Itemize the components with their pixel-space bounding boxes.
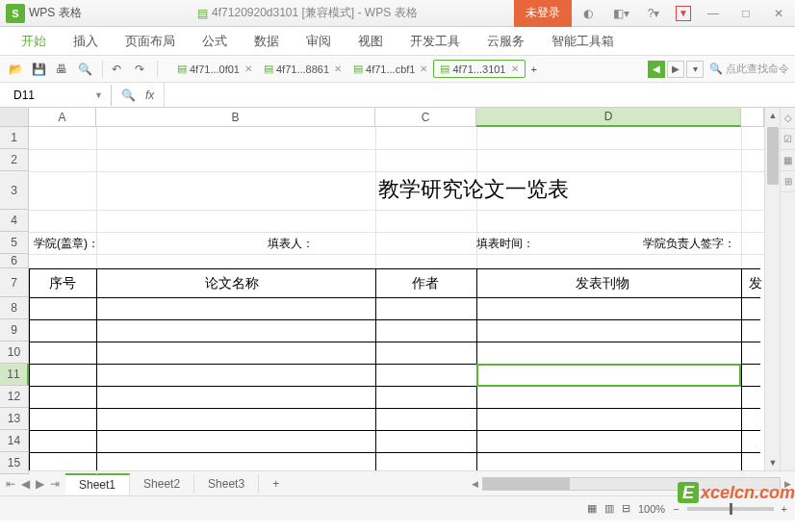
row-header-2[interactable]: 2 — [0, 149, 29, 171]
file-tab-3[interactable]: ▤4f71...cbf1✕ — [347, 61, 433, 77]
formula-input[interactable] — [164, 83, 795, 107]
side-panel: ◇ ☑ ▦ ⊞ — [780, 108, 795, 470]
menu-view[interactable]: 视图 — [345, 27, 397, 56]
row-header-12[interactable]: 12 — [0, 386, 29, 408]
preview-icon[interactable]: 🔍 — [75, 60, 94, 79]
file-tab-1[interactable]: ▤4f71...0f01✕ — [171, 61, 258, 77]
cells-area[interactable]: 教学研究论文一览表 学院(盖章)： 填表人： 填表时间： 学院负责人签字： — [29, 127, 764, 474]
skin-icon[interactable]: ◧▾ — [604, 0, 637, 27]
col-header-next[interactable] — [741, 108, 764, 127]
maximize-button[interactable]: □ — [730, 0, 762, 27]
menu-smart[interactable]: 智能工具箱 — [538, 27, 628, 56]
scroll-left-icon[interactable]: ◀ — [472, 479, 478, 489]
add-sheet-button[interactable]: + — [259, 474, 293, 494]
view-split-icon[interactable]: ⊟ — [622, 502, 630, 515]
menu-dev[interactable]: 开发工具 — [397, 27, 474, 56]
th-author: 作者 — [409, 275, 442, 292]
panel-btn-3[interactable]: ▦ — [781, 150, 795, 171]
command-search[interactable]: 🔍 点此查找命令 — [709, 62, 789, 76]
col-header-a[interactable]: A — [29, 108, 96, 127]
view-normal-icon[interactable]: ▦ — [587, 502, 597, 515]
document-title: ▤ 4f7120920d3101 [兼容模式] - WPS 表格 — [101, 5, 514, 21]
menu-layout[interactable]: 页面布局 — [112, 27, 189, 56]
sync-icon[interactable]: ◐ — [572, 0, 604, 27]
panel-btn-4[interactable]: ⊞ — [781, 171, 795, 192]
menu-start[interactable]: 开始 — [8, 27, 60, 56]
row-header-15[interactable]: 15 — [0, 452, 29, 474]
row-header-8[interactable]: 8 — [0, 297, 29, 319]
panel-btn-1[interactable]: ◇ — [781, 108, 795, 129]
scroll-right-icon[interactable]: ▶ — [784, 479, 791, 489]
search-fn-icon[interactable]: 🔍 — [121, 89, 136, 102]
tab-next-button[interactable]: ▶ — [667, 61, 684, 78]
label-sign: 学院负责人签字： — [640, 236, 738, 252]
col-header-b[interactable]: B — [96, 108, 375, 127]
scroll-up-icon[interactable]: ▲ — [765, 108, 781, 123]
zoom-slider[interactable] — [687, 507, 774, 511]
row-header-10[interactable]: 10 — [0, 342, 29, 364]
open-icon[interactable]: 📂 — [6, 60, 25, 79]
close-tab-icon[interactable]: ✕ — [334, 63, 342, 74]
undo-icon[interactable]: ↶ — [107, 60, 126, 79]
table-border — [29, 364, 760, 365]
col-header-d[interactable]: D — [476, 108, 741, 127]
panel-btn-2[interactable]: ☑ — [781, 129, 795, 150]
table-border — [29, 319, 760, 320]
login-button[interactable]: 未登录 — [514, 0, 572, 27]
redo-icon[interactable]: ↷ — [130, 60, 149, 79]
sheet-tab-1[interactable]: Sheet1 — [65, 473, 130, 494]
tab-prev-button[interactable]: ◀ — [648, 61, 665, 78]
row-header-11[interactable]: 11 — [0, 364, 29, 386]
menu-data[interactable]: 数据 — [241, 27, 293, 56]
vertical-scrollbar[interactable]: ▲ ▼ — [764, 108, 780, 470]
row-header-4[interactable]: 4 — [0, 210, 29, 232]
zoom-in-icon[interactable]: + — [782, 503, 787, 515]
scroll-thumb[interactable] — [767, 127, 779, 185]
notify-icon[interactable]: ▼ — [676, 6, 691, 21]
close-tab-icon[interactable]: ✕ — [420, 63, 427, 74]
close-button[interactable]: ✕ — [762, 0, 795, 27]
zoom-knob[interactable] — [730, 503, 732, 515]
name-box[interactable]: D11 ▼ — [6, 85, 112, 106]
menubar: 开始 插入 页面布局 公式 数据 审阅 视图 开发工具 云服务 智能工具箱 — [0, 27, 795, 56]
row-header-7[interactable]: 7 — [0, 268, 29, 297]
sheet-first-icon[interactable]: ⇤ — [6, 477, 15, 491]
sheet-prev-icon[interactable]: ◀ — [21, 477, 30, 491]
row-header-14[interactable]: 14 — [0, 430, 29, 452]
row-header-9[interactable]: 9 — [0, 319, 29, 342]
menu-review[interactable]: 审阅 — [293, 27, 345, 56]
hscroll-thumb[interactable] — [483, 478, 570, 490]
menu-cloud[interactable]: 云服务 — [474, 27, 538, 56]
save-icon[interactable]: 💾 — [29, 60, 48, 79]
sheet-next-icon[interactable]: ▶ — [36, 477, 44, 491]
zoom-out-icon[interactable]: − — [673, 503, 679, 515]
select-all-corner[interactable] — [0, 108, 29, 127]
zoom-value[interactable]: 100% — [638, 503, 665, 515]
hscroll-track[interactable] — [482, 477, 781, 491]
col-header-c[interactable]: C — [375, 108, 476, 127]
close-tab-icon[interactable]: ✕ — [244, 63, 252, 74]
help-icon[interactable]: ?▾ — [637, 0, 670, 27]
menu-formula[interactable]: 公式 — [189, 27, 241, 56]
fx-label[interactable]: fx — [145, 89, 154, 102]
new-tab-button[interactable]: + — [526, 62, 543, 77]
gridline — [29, 149, 764, 150]
row-header-13[interactable]: 13 — [0, 408, 29, 430]
file-tab-2[interactable]: ▤4f71...8861✕ — [258, 61, 347, 77]
sheet-last-icon[interactable]: ⇥ — [50, 477, 60, 491]
row-header-6[interactable]: 6 — [0, 254, 29, 268]
scroll-down-icon[interactable]: ▼ — [765, 455, 781, 470]
print-icon[interactable]: 🖶 — [52, 60, 71, 79]
row-header-1[interactable]: 1 — [0, 127, 29, 149]
menu-insert[interactable]: 插入 — [60, 27, 112, 56]
file-tab-4[interactable]: ▤4f71...3101✕ — [433, 60, 525, 78]
minimize-button[interactable]: — — [697, 0, 730, 27]
chevron-down-icon[interactable]: ▼ — [94, 90, 103, 100]
view-page-icon[interactable]: ▥ — [604, 502, 614, 515]
row-header-3[interactable]: 3 — [0, 171, 29, 210]
close-tab-icon[interactable]: ✕ — [511, 63, 519, 74]
sheet-tab-3[interactable]: Sheet3 — [194, 474, 259, 494]
row-header-5[interactable]: 5 — [0, 232, 29, 254]
sheet-tab-2[interactable]: Sheet2 — [130, 474, 194, 494]
tab-list-button[interactable]: ▾ — [686, 61, 704, 78]
